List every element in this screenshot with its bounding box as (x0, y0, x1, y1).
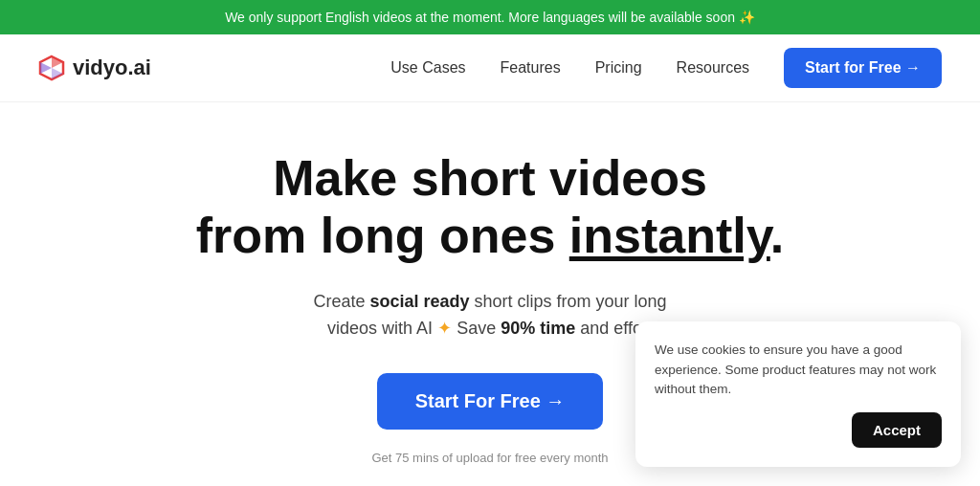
subtitle-part4: Save (452, 319, 501, 338)
subtitle-part3: videos with AI (327, 319, 437, 338)
subtitle-bold1: social ready (369, 292, 469, 311)
nav-features[interactable]: Features (501, 59, 561, 77)
hero-title-line2: from long ones (196, 208, 569, 263)
cookie-accept-button[interactable]: Accept (852, 412, 942, 448)
cookie-banner: We use cookies to ensure you have a good… (635, 321, 961, 467)
hero-title-line1: Make short videos (273, 150, 707, 206)
banner-text: We only support English videos at the mo… (225, 10, 755, 25)
cookie-footer: Accept (655, 412, 942, 448)
logo-icon (38, 55, 65, 81)
logo-text: vidyo.ai (73, 55, 151, 80)
navbar: vidyo.ai Use Cases Features Pricing Reso… (0, 34, 980, 102)
subtitle-part1: Create (313, 292, 369, 311)
hero-cta-button[interactable]: Start For Free → (377, 373, 604, 430)
nav-resources[interactable]: Resources (677, 59, 749, 77)
announcement-banner: We only support English videos at the mo… (0, 0, 980, 34)
subtitle-part2: short clips from your long (470, 292, 667, 311)
hero-title-emphasis: instantly (569, 208, 770, 263)
hero-title: Make short videos from long ones instant… (19, 150, 961, 265)
subtitle-bold2: 90% time (501, 319, 575, 338)
logo[interactable]: vidyo.ai (38, 55, 151, 81)
nav-use-cases[interactable]: Use Cases (390, 59, 465, 77)
nav-cta-button[interactable]: Start for Free → (784, 48, 942, 88)
nav-pricing[interactable]: Pricing (595, 59, 642, 77)
cookie-text: We use cookies to ensure you have a good… (655, 341, 942, 399)
sparkle-icon: ✦ (437, 319, 452, 338)
nav-links: Use Cases Features Pricing Resources Sta… (390, 48, 942, 88)
